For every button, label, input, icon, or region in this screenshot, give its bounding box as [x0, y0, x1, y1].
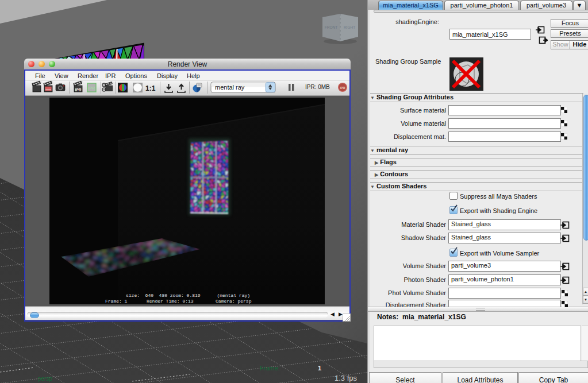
svg-text:IPR: 0MB: IPR: 0MB	[305, 84, 330, 90]
svg-text:persp: persp	[38, 376, 52, 382]
svg-text:mental ray: mental ray	[215, 84, 245, 91]
svg-text:Frame:: Frame:	[260, 365, 280, 372]
svg-text:FRONT: FRONT	[325, 25, 337, 29]
svg-text:IPR: IPR	[89, 86, 95, 90]
svg-text:1.3 fps: 1.3 fps	[335, 374, 358, 382]
svg-text:IPR: IPR	[340, 86, 345, 90]
svg-text:1:1: 1:1	[145, 84, 156, 92]
svg-text:1: 1	[318, 365, 321, 372]
svg-text:RIGHT: RIGHT	[344, 25, 355, 29]
svg-text:IPR: IPR	[75, 88, 82, 92]
